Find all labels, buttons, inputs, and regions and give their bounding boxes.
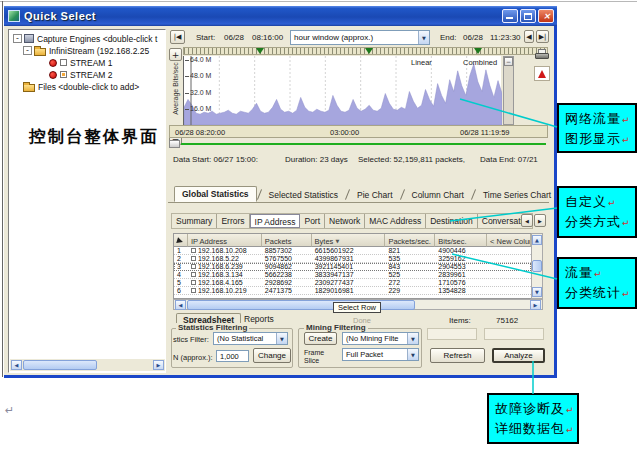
ruler-marker-icon[interactable] bbox=[474, 48, 482, 54]
time-window-select[interactable]: hour window (approx.) ▼ bbox=[290, 30, 430, 45]
console-caption-label: 控制台整体界面 bbox=[29, 126, 159, 148]
tree-horizontal-scrollbar[interactable]: ◀ ▶ bbox=[10, 359, 165, 371]
scrollbar-thumb[interactable] bbox=[23, 360, 97, 370]
timeline-slider[interactable] bbox=[169, 140, 548, 148]
minimize-button[interactable] bbox=[502, 9, 518, 23]
row-checkbox[interactable] bbox=[191, 256, 196, 261]
tree-item[interactable]: -InfiniStream (192.168.2.25 bbox=[9, 45, 165, 56]
tab-selected-statistics[interactable]: Selected Statistics bbox=[262, 188, 345, 202]
table-cell: 1 bbox=[174, 247, 188, 254]
statistics-filter-select[interactable]: (No Statistical ▼ bbox=[213, 332, 288, 345]
tab-port[interactable]: Port bbox=[300, 214, 325, 228]
ruler-marker-icon[interactable] bbox=[365, 48, 373, 54]
close-button[interactable]: × bbox=[538, 9, 554, 23]
tree-item[interactable]: -Capture Engines <double-click t bbox=[9, 33, 165, 44]
tab-ip-address[interactable]: IP Address bbox=[250, 214, 301, 228]
tree-expander-icon[interactable]: - bbox=[13, 34, 22, 43]
title-bar[interactable]: Quick Select × bbox=[4, 6, 557, 26]
table-cell: 6 bbox=[174, 287, 188, 294]
tab-mac-address[interactable]: MAC Address bbox=[365, 214, 426, 228]
ruler-marker-icon[interactable] bbox=[256, 48, 264, 54]
column-header-bytes[interactable]: Bytes▼ bbox=[312, 234, 386, 247]
tab-pie-chart[interactable]: Pie Chart bbox=[350, 188, 399, 202]
tab-column-chart[interactable]: Column Chart bbox=[405, 188, 471, 202]
n-approx-input[interactable]: 1,000 bbox=[216, 350, 249, 362]
end-label: End: bbox=[440, 33, 456, 42]
create-button[interactable]: Create bbox=[304, 332, 337, 345]
tab-summary[interactable]: Summary bbox=[172, 214, 217, 228]
table-row[interactable]: 4192.168.3.13456622383833947137525283996… bbox=[174, 271, 531, 279]
table-row[interactable]: 6192.168.10.2192471375182901698122913548… bbox=[174, 287, 531, 295]
files-folder-icon bbox=[23, 84, 35, 92]
column-header-bits-sec-[interactable]: Bits/sec. bbox=[435, 234, 487, 247]
tab-destination[interactable]: Destination bbox=[426, 214, 478, 228]
minimize-icon bbox=[506, 17, 513, 19]
tree-item[interactable]: Files <double-click to add> bbox=[9, 81, 165, 92]
scroll-up-icon[interactable]: ▲ bbox=[532, 235, 542, 245]
scroll-left-icon[interactable]: ◀ bbox=[11, 360, 22, 370]
maximize-button[interactable] bbox=[520, 9, 536, 23]
acrobat-export-icon[interactable] bbox=[534, 66, 550, 81]
table-vertical-scrollbar[interactable]: ▲ ▼ bbox=[531, 233, 543, 299]
scrollbar-thumb[interactable] bbox=[532, 260, 542, 272]
row-checkbox[interactable] bbox=[191, 280, 196, 285]
column-header-packets[interactable]: Packets bbox=[262, 234, 312, 247]
table-cell: 2928692 bbox=[262, 279, 312, 286]
traffic-chart[interactable] bbox=[183, 56, 501, 125]
tab-time-series-chart[interactable]: Time Series Chart bbox=[476, 188, 558, 202]
end-time-value[interactable]: 11:23:30 bbox=[490, 33, 521, 42]
combo-arrow-icon[interactable]: ▼ bbox=[407, 333, 418, 344]
combo-arrow-icon[interactable]: ▼ bbox=[276, 333, 287, 344]
tree-expander-icon[interactable]: - bbox=[23, 46, 32, 55]
jump-to-end-button[interactable]: ▶| bbox=[536, 30, 549, 43]
scroll-left-icon[interactable]: ◀ bbox=[175, 300, 186, 310]
tree-item[interactable]: STREAM 1 bbox=[9, 57, 165, 68]
refresh-button[interactable]: Refresh bbox=[430, 348, 485, 363]
stream-checkbox[interactable] bbox=[60, 59, 67, 66]
column-header--new-colum[interactable]: < New Colum bbox=[487, 234, 531, 247]
frame-slice-select[interactable]: Full Packet ▼ bbox=[342, 348, 419, 361]
scroll-right-icon[interactable]: ▶ bbox=[530, 300, 541, 310]
select-row-hint[interactable]: Select Row bbox=[333, 302, 381, 313]
row-checkbox[interactable] bbox=[191, 264, 196, 269]
tab-errors[interactable]: Errors bbox=[217, 214, 249, 228]
jump-to-start-button[interactable]: |◀ bbox=[170, 30, 185, 44]
start-date-value[interactable]: 06/28 bbox=[224, 33, 244, 42]
table-header: IP AddressPacketsBytes▼Packets/sec.Bits/… bbox=[174, 234, 531, 247]
tab-network[interactable]: Network bbox=[325, 214, 365, 228]
table-row[interactable]: 2192.168.5.22576755043998679315353259162 bbox=[174, 255, 531, 263]
column-header-row-pointer[interactable] bbox=[174, 234, 188, 247]
end-date-value[interactable]: 06/28 bbox=[463, 33, 483, 42]
tabs-scroll-left-icon[interactable]: ◀ bbox=[521, 214, 533, 227]
combined-mode-label[interactable]: Combined bbox=[463, 58, 497, 67]
step-back-button[interactable]: ◀ bbox=[524, 30, 534, 43]
analyze-button[interactable]: Analyze bbox=[492, 348, 545, 363]
print-icon[interactable] bbox=[534, 48, 550, 62]
tabs-scroll-right-icon[interactable]: ▶ bbox=[534, 214, 546, 227]
table-row[interactable]: 5192.168.4.16529286922309277437272171057… bbox=[174, 279, 531, 287]
row-checkbox[interactable] bbox=[191, 248, 196, 253]
change-button[interactable]: Change bbox=[253, 348, 291, 363]
column-header-ip-address[interactable]: IP Address bbox=[188, 234, 262, 247]
capture-engines-icon bbox=[24, 34, 34, 43]
linear-mode-label[interactable]: Linear bbox=[411, 58, 432, 67]
table-row[interactable]: 3192.168.6.23990948623921145401843290455… bbox=[174, 263, 531, 271]
table-row[interactable]: 1192.168.10.2088857302661560192282149004… bbox=[174, 247, 531, 255]
tree-item[interactable]: STREAM 2 bbox=[9, 69, 165, 80]
combo-arrow-icon[interactable]: ▼ bbox=[418, 31, 429, 44]
chart-side-strip[interactable]: − bbox=[503, 56, 514, 125]
stream-checkbox[interactable] bbox=[60, 71, 67, 78]
scroll-down-icon[interactable]: ▼ bbox=[532, 287, 542, 297]
row-checkbox[interactable] bbox=[191, 272, 196, 277]
column-header-packets-sec-[interactable]: Packets/sec. bbox=[385, 234, 435, 247]
slider-knob[interactable] bbox=[169, 140, 180, 148]
start-time-value[interactable]: 08:16:00 bbox=[252, 33, 283, 42]
mining-filter-select[interactable]: (No Mining Filte ▼ bbox=[342, 332, 419, 345]
tab-global-statistics[interactable]: Global Statistics bbox=[174, 186, 257, 202]
row-checkbox[interactable] bbox=[191, 288, 196, 293]
combo-arrow-icon[interactable]: ▼ bbox=[407, 349, 418, 360]
scroll-right-icon[interactable]: ▶ bbox=[153, 360, 164, 370]
timeline-ruler[interactable] bbox=[183, 47, 548, 55]
tree-item-label: InfiniStream (192.168.2.25 bbox=[49, 46, 149, 56]
strip-collapse-icon[interactable]: − bbox=[504, 57, 513, 66]
